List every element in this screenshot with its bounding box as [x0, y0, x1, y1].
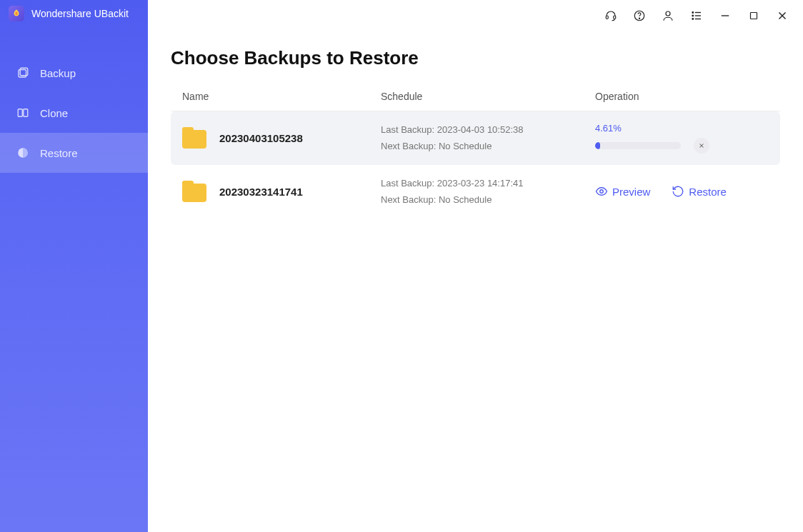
content: Choose Backups to Restore Name Schedule … [148, 27, 803, 219]
restore-button[interactable]: Restore [672, 185, 727, 198]
list-header: Name Schedule Operation [171, 91, 780, 111]
sidebar-nav: Backup Clone Restore [0, 53, 148, 173]
svg-rect-5 [606, 16, 608, 19]
backup-row[interactable]: 20230403105238 Last Backup: 2023-04-03 1… [171, 111, 780, 165]
svg-point-12 [692, 15, 694, 16]
svg-rect-17 [751, 13, 757, 19]
column-header-operation: Operation [595, 91, 774, 102]
clone-icon [16, 106, 30, 120]
schedule-cell: Last Backup: 2023-03-23 14:17:41 Next Ba… [381, 175, 595, 209]
account-icon[interactable] [660, 8, 676, 24]
operation-cell: 4.61% [595, 123, 774, 154]
backup-icon [16, 66, 30, 80]
svg-point-10 [692, 12, 694, 14]
sidebar-item-clone[interactable]: Clone [0, 93, 148, 133]
backup-name: 20230403105238 [219, 132, 303, 144]
sidebar-item-restore[interactable]: Restore [0, 133, 148, 173]
sidebar-item-backup[interactable]: Backup [0, 53, 148, 93]
titlebar [148, 0, 803, 27]
page-title: Choose Backups to Restore [171, 47, 780, 69]
svg-rect-6 [614, 16, 616, 19]
progress-bar [595, 142, 681, 149]
svg-point-9 [666, 11, 670, 16]
app-title: Wondershare UBackit [31, 8, 129, 19]
svg-point-22 [600, 190, 604, 194]
restore-icon [16, 146, 30, 160]
progress-bar-fill [595, 142, 600, 149]
backup-name: 20230323141741 [219, 186, 303, 198]
svg-rect-3 [24, 109, 28, 117]
close-icon[interactable] [774, 8, 790, 24]
help-icon[interactable] [632, 8, 647, 24]
sidebar: Wondershare UBackit Backup Clone Restore [0, 0, 148, 532]
cancel-button[interactable] [694, 138, 709, 154]
svg-point-14 [692, 19, 694, 20]
minimize-icon[interactable] [717, 8, 733, 24]
column-header-schedule: Schedule [381, 91, 595, 102]
column-header-name: Name [176, 91, 381, 102]
app-header: Wondershare UBackit [0, 0, 148, 31]
schedule-cell: Last Backup: 2023-04-03 10:52:38 Next Ba… [381, 121, 595, 155]
folder-icon [182, 181, 206, 202]
sidebar-item-label: Backup [40, 67, 76, 79]
main: Choose Backups to Restore Name Schedule … [148, 0, 803, 532]
progress-percent: 4.61% [595, 123, 774, 134]
sidebar-item-label: Restore [40, 147, 78, 159]
operation-cell: Preview Restore [595, 185, 774, 198]
preview-button[interactable]: Preview [595, 185, 650, 198]
svg-point-8 [639, 18, 639, 19]
folder-icon [182, 127, 206, 149]
backup-row[interactable]: 20230323141741 Last Backup: 2023-03-23 1… [171, 165, 780, 219]
maximize-icon[interactable] [746, 8, 762, 24]
support-icon[interactable] [603, 8, 619, 24]
svg-rect-2 [18, 109, 22, 117]
menu-list-icon[interactable] [689, 8, 704, 24]
app-logo-icon [9, 6, 24, 21]
sidebar-item-label: Clone [40, 107, 68, 119]
